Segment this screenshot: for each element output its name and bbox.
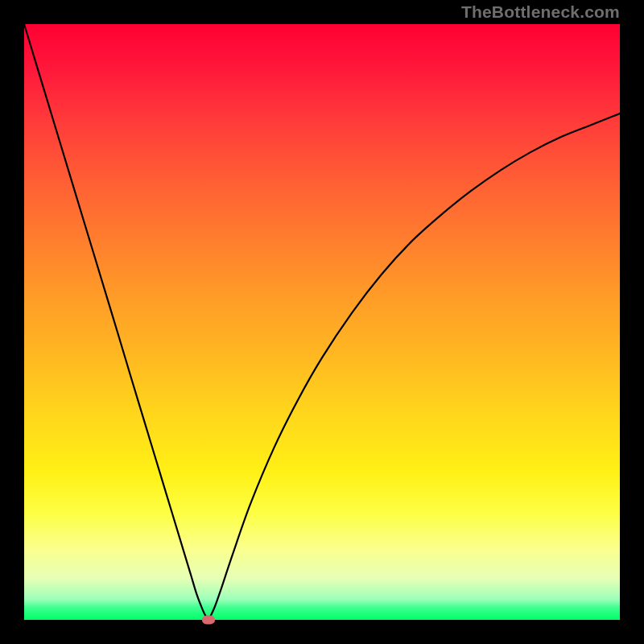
chart-frame: TheBottleneck.com — [0, 0, 644, 644]
bottleneck-curve — [24, 24, 620, 620]
source-label: TheBottleneck.com — [461, 2, 620, 22]
plot-area — [24, 24, 620, 620]
minimum-marker — [202, 616, 215, 625]
